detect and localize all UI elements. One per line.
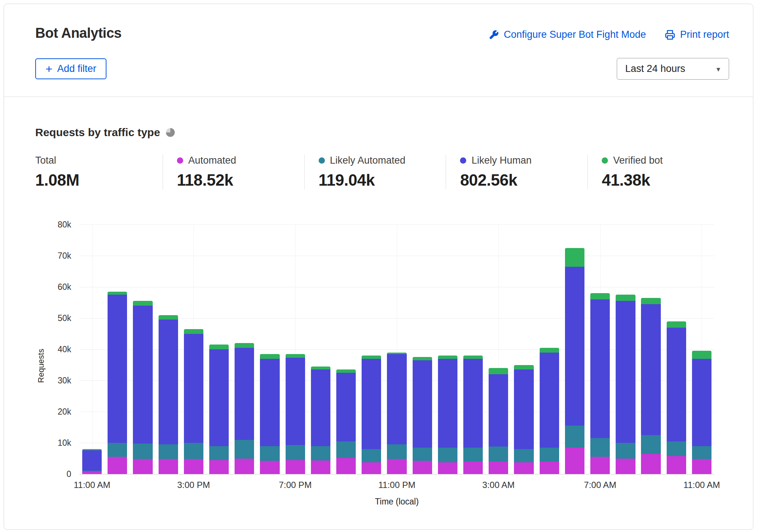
stacked-bar-5[interactable] bbox=[209, 345, 229, 474]
header: Bot Analytics Configure Super Bot Fight … bbox=[4, 4, 753, 41]
segment-verified-bot bbox=[514, 365, 533, 370]
segment-automated bbox=[489, 462, 508, 474]
stacked-bar-19[interactable] bbox=[565, 248, 584, 474]
requests-chart: Requests 010k20k30k40k50k60k70k80k11:00 … bbox=[79, 225, 714, 507]
likely-human-legend-dot bbox=[460, 157, 466, 164]
stats-row: Total 1.08M Automated 118.52k Likely Aut… bbox=[35, 155, 729, 189]
segment-likely-human bbox=[489, 374, 508, 447]
stat-label: Likely Automated bbox=[330, 155, 406, 166]
time-range-select[interactable]: Last 24 hours ▼ bbox=[617, 58, 729, 80]
stacked-bar-7[interactable] bbox=[260, 354, 279, 474]
page-title: Bot Analytics bbox=[35, 25, 122, 41]
print-report-link[interactable]: Print report bbox=[665, 29, 729, 40]
gridline-horizontal bbox=[79, 474, 714, 474]
stacked-bar-12[interactable] bbox=[387, 353, 406, 474]
segment-verified-bot bbox=[260, 354, 279, 359]
bar-slot-3 bbox=[156, 315, 181, 474]
stacked-bar-20[interactable] bbox=[590, 293, 610, 474]
verified-bot-legend-dot bbox=[602, 157, 608, 164]
segment-automated bbox=[616, 459, 635, 474]
segment-likely-human bbox=[133, 306, 152, 444]
stacked-bar-10[interactable] bbox=[336, 369, 356, 474]
segment-likely-automated bbox=[641, 435, 660, 454]
stacked-bar-1[interactable] bbox=[108, 292, 127, 474]
stat-likely-automated: Likely Automated 119.04k bbox=[304, 155, 446, 189]
segment-verified-bot bbox=[413, 357, 432, 360]
bar-slot-24 bbox=[689, 351, 714, 474]
stacked-bar-21[interactable] bbox=[616, 295, 635, 474]
stacked-bar-17[interactable] bbox=[514, 365, 533, 474]
stacked-bar-8[interactable] bbox=[286, 354, 305, 474]
segment-likely-human bbox=[286, 358, 305, 445]
x-tick-label: 11:00 PM bbox=[378, 480, 416, 490]
stacked-bar-16[interactable] bbox=[489, 368, 508, 474]
segment-likely-human bbox=[260, 359, 279, 446]
add-filter-button[interactable]: + Add filter bbox=[35, 58, 106, 79]
bar-slot-23 bbox=[664, 321, 689, 474]
stat-label: Total bbox=[35, 155, 56, 166]
segment-likely-human bbox=[311, 369, 330, 446]
segment-verified-bot bbox=[540, 348, 559, 353]
bar-slot-15 bbox=[460, 356, 486, 474]
x-tick-label: 3:00 AM bbox=[482, 480, 515, 490]
segment-verified-bot bbox=[311, 367, 330, 370]
segment-verified-bot bbox=[336, 369, 356, 373]
header-divider bbox=[4, 96, 753, 97]
y-axis-label: Requests bbox=[36, 349, 46, 383]
segment-likely-automated bbox=[108, 443, 127, 457]
segment-automated bbox=[235, 459, 254, 474]
stacked-bar-3[interactable] bbox=[159, 315, 178, 474]
segment-verified-bot bbox=[108, 292, 127, 295]
stacked-bar-6[interactable] bbox=[235, 343, 254, 474]
segment-verified-bot bbox=[463, 356, 483, 359]
stacked-bar-9[interactable] bbox=[311, 367, 330, 474]
stacked-bar-11[interactable] bbox=[362, 356, 381, 474]
stacked-bar-18[interactable] bbox=[540, 348, 559, 474]
segment-automated bbox=[311, 460, 330, 474]
segment-automated bbox=[692, 459, 711, 474]
plus-icon: + bbox=[46, 65, 52, 73]
stat-label: Verified bot bbox=[613, 155, 663, 166]
add-filter-label: Add filter bbox=[57, 63, 97, 74]
bar-slot-4 bbox=[181, 329, 206, 474]
filter-row: + Add filter Last 24 hours ▼ bbox=[4, 41, 753, 80]
segment-likely-automated bbox=[387, 444, 406, 459]
bar-slot-1 bbox=[105, 292, 130, 474]
y-tick-label: 50k bbox=[58, 313, 71, 323]
y-tick-label: 30k bbox=[58, 376, 71, 386]
stacked-bar-0[interactable] bbox=[82, 449, 102, 474]
segment-likely-human bbox=[209, 349, 229, 446]
bar-slot-21 bbox=[613, 295, 638, 474]
segment-automated bbox=[260, 461, 279, 474]
stacked-bar-4[interactable] bbox=[184, 329, 203, 474]
bar-slot-17 bbox=[511, 365, 536, 474]
bar-slot-19 bbox=[562, 248, 587, 474]
stat-value: 118.52k bbox=[177, 171, 304, 189]
stacked-bar-13[interactable] bbox=[413, 357, 432, 474]
bar-slot-7 bbox=[257, 354, 282, 474]
segment-automated bbox=[565, 448, 584, 474]
segment-verified-bot bbox=[565, 248, 584, 267]
segment-automated bbox=[667, 456, 686, 474]
y-tick-label: 80k bbox=[58, 220, 71, 230]
likely-automated-legend-dot bbox=[319, 157, 325, 164]
stacked-bar-23[interactable] bbox=[667, 321, 686, 474]
stacked-bar-2[interactable] bbox=[133, 301, 152, 474]
stat-label: Automated bbox=[188, 155, 236, 166]
segment-likely-human bbox=[565, 267, 584, 426]
x-tick-label: 7:00 PM bbox=[279, 480, 311, 490]
segment-automated bbox=[463, 462, 483, 474]
configure-super-bot-fight-mode-link[interactable]: Configure Super Bot Fight Mode bbox=[489, 29, 646, 40]
stacked-bar-24[interactable] bbox=[692, 351, 711, 474]
stacked-bar-14[interactable] bbox=[438, 356, 457, 474]
configure-link-label: Configure Super Bot Fight Mode bbox=[504, 29, 646, 40]
stacked-bar-22[interactable] bbox=[641, 298, 660, 474]
pie-chart-icon bbox=[166, 128, 175, 137]
header-links: Configure Super Bot Fight Mode Print rep… bbox=[489, 25, 729, 40]
requests-section: Requests by traffic type Total 1.08M Aut… bbox=[4, 126, 753, 507]
stacked-bar-15[interactable] bbox=[463, 356, 483, 474]
stat-verified-bot: Verified bot 41.38k bbox=[587, 155, 729, 189]
segment-verified-bot bbox=[362, 356, 381, 359]
y-tick-label: 10k bbox=[58, 438, 71, 448]
segment-likely-automated bbox=[336, 441, 356, 458]
